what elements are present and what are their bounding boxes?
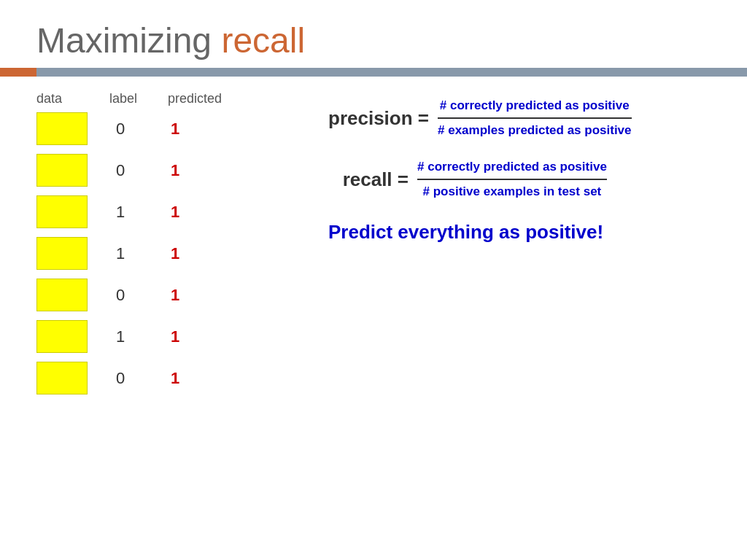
divider-orange [0, 68, 36, 77]
divider-bar [0, 68, 747, 77]
table-row: 01 [36, 279, 314, 311]
cell-label: 1 [88, 244, 146, 263]
cell-label: 1 [88, 203, 146, 222]
table-row: 11 [36, 320, 314, 353]
cell-predicted: 1 [146, 161, 204, 180]
recall-numerator: # correctly predicted as positive [417, 160, 607, 177]
divider-blue [36, 68, 747, 77]
table-row: 01 [36, 154, 314, 187]
recall-formula-block: recall = # correctly predicted as positi… [328, 160, 711, 199]
precision-fraction-line [438, 117, 632, 119]
left-panel: data label predicted 01011111011101 [36, 91, 314, 394]
precision-formula-block: precision = # correctly predicted as pos… [328, 98, 711, 138]
cell-label: 0 [88, 369, 146, 388]
yellow-box [36, 320, 88, 353]
cell-predicted: 1 [146, 286, 204, 305]
cell-predicted: 1 [146, 327, 204, 346]
title-part2: recall [221, 21, 305, 60]
table-row: 11 [36, 195, 314, 228]
precision-fraction: # correctly predicted as positive # exam… [438, 98, 632, 138]
cell-label: 1 [88, 327, 146, 346]
precision-formula-row: precision = # correctly predicted as pos… [328, 98, 711, 138]
table-row: 01 [36, 112, 314, 145]
cell-predicted: 1 [146, 369, 204, 388]
right-panel: precision = # correctly predicted as pos… [314, 91, 711, 394]
col-header-predicted: predicted [168, 91, 255, 106]
title-area: Maximizing recall [0, 0, 747, 68]
table-row: 11 [36, 237, 314, 270]
table-row: 01 [36, 362, 314, 394]
recall-fraction: # correctly predicted as positive # posi… [417, 160, 607, 199]
col-header-label: label [109, 91, 168, 106]
predict-everything-message: Predict everything as positive! [328, 221, 711, 244]
yellow-box [36, 112, 88, 145]
recall-denominator: # positive examples in test set [423, 182, 602, 199]
yellow-box [36, 362, 88, 394]
precision-label: precision = [328, 107, 429, 130]
col-header-data: data [36, 91, 109, 106]
cell-predicted: 1 [146, 203, 204, 222]
recall-fraction-line [417, 179, 607, 180]
precision-numerator: # correctly predicted as positive [440, 98, 630, 116]
content-area: data label predicted 01011111011101 prec… [0, 84, 747, 394]
cell-label: 0 [88, 286, 146, 305]
title-part1: Maximizing [36, 21, 221, 60]
yellow-box [36, 154, 88, 187]
page-title: Maximizing recall [36, 20, 711, 61]
cell-predicted: 1 [146, 244, 204, 263]
recall-label: recall = [328, 168, 409, 191]
recall-formula-row: recall = # correctly predicted as positi… [328, 160, 711, 199]
yellow-box [36, 195, 88, 228]
yellow-box [36, 279, 88, 311]
precision-denominator: # examples predicted as positive [438, 120, 632, 138]
cell-label: 0 [88, 161, 146, 180]
data-rows: 01011111011101 [36, 112, 314, 394]
column-headers: data label predicted [36, 91, 314, 106]
cell-label: 0 [88, 120, 146, 139]
yellow-box [36, 237, 88, 270]
cell-predicted: 1 [146, 120, 204, 139]
